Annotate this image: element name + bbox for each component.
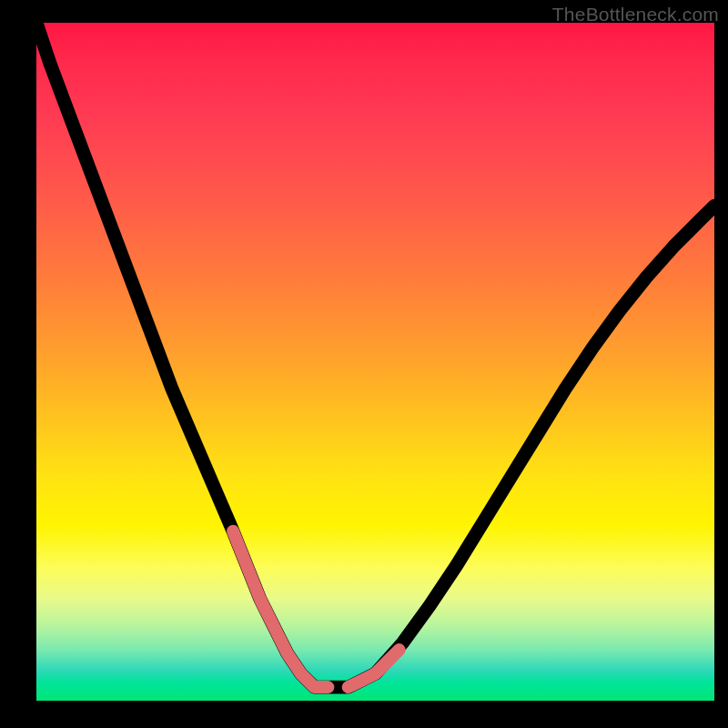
curve-svg bbox=[36, 23, 714, 701]
chart-frame: TheBottleneck.com bbox=[0, 0, 728, 728]
highlight-descending bbox=[233, 531, 328, 687]
highlight-ascending bbox=[349, 650, 399, 687]
plot-area bbox=[36, 23, 714, 701]
bottleneck-curve bbox=[36, 23, 714, 687]
